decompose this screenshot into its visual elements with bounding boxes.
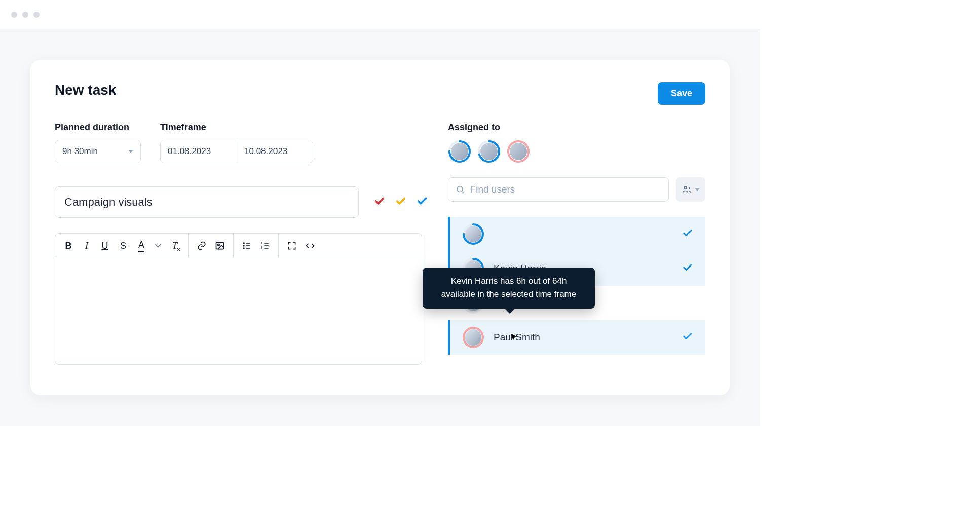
- link-button[interactable]: [193, 237, 211, 255]
- check-icon: [682, 262, 693, 275]
- card-header: New task Save: [55, 82, 705, 105]
- timeframe-field: Timeframe 01.08.2023 10.08.2023: [160, 122, 313, 163]
- search-icon: [456, 184, 465, 195]
- people-icon: [682, 184, 692, 195]
- priority-check-red-icon[interactable]: [374, 196, 385, 209]
- clear-format-button[interactable]: T✕: [166, 237, 184, 255]
- availability-tooltip: Kevin Harris has 6h out of 64h available…: [423, 268, 595, 309]
- svg-point-14: [457, 186, 463, 192]
- planned-duration-label: Planned duration: [55, 122, 141, 133]
- italic-button[interactable]: I: [78, 237, 96, 255]
- editor-textarea[interactable]: [55, 258, 422, 365]
- code-button[interactable]: [301, 237, 319, 255]
- image-button[interactable]: [211, 237, 229, 255]
- text-color-button[interactable]: A: [132, 237, 150, 255]
- timeframe-label: Timeframe: [160, 122, 313, 133]
- user-filter-button[interactable]: [676, 177, 705, 202]
- svg-point-15: [684, 186, 687, 189]
- svg-point-1: [218, 244, 219, 246]
- main-row: Planned duration 9h 30min Timeframe 01.0…: [55, 122, 705, 365]
- timeframe-end-input[interactable]: 10.08.2023: [237, 140, 313, 163]
- svg-point-2: [243, 243, 244, 244]
- new-task-card: New task Save Planned duration 9h 30min: [30, 60, 730, 395]
- left-column: Planned duration 9h 30min Timeframe 01.0…: [55, 122, 428, 365]
- traffic-dot-max-icon: [33, 12, 40, 18]
- svg-point-3: [243, 245, 244, 246]
- traffic-dot-close-icon: [11, 12, 17, 18]
- chevron-down-icon: [128, 150, 133, 153]
- top-fields: Planned duration 9h 30min Timeframe 01.0…: [55, 122, 428, 163]
- avatar: [465, 226, 481, 242]
- bullet-list-button[interactable]: [238, 237, 256, 255]
- assigned-avatar[interactable]: [477, 140, 501, 163]
- avatar: [451, 143, 468, 160]
- task-name-input[interactable]: [55, 186, 359, 218]
- assigned-avatars-row: [448, 140, 705, 163]
- user-name: Paul Smith: [494, 332, 673, 343]
- page-canvas: New task Save Planned duration 9h 30min: [0, 29, 760, 426]
- planned-duration-value: 9h 30min: [62, 146, 98, 157]
- assigned-avatar[interactable]: [507, 140, 530, 163]
- number-list-button[interactable]: 123: [256, 237, 274, 255]
- check-icon: [682, 227, 693, 241]
- browser-chrome-bar: [0, 0, 760, 29]
- avatar: [480, 143, 498, 160]
- avatar: [465, 329, 481, 346]
- assigned-to-label: Assigned to: [448, 122, 705, 133]
- underline-button[interactable]: U: [96, 237, 114, 255]
- browser-frame: New task Save Planned duration 9h 30min: [0, 0, 760, 426]
- timeframe-group: 01.08.2023 10.08.2023: [160, 140, 313, 163]
- user-avatar: [462, 326, 484, 349]
- planned-duration-field: Planned duration 9h 30min: [55, 122, 141, 163]
- find-users-input-wrap[interactable]: [448, 177, 669, 202]
- find-users-row: [448, 177, 705, 202]
- chevron-down-icon: [695, 188, 700, 191]
- task-name-row: [55, 186, 428, 218]
- text-color-more-icon[interactable]: [150, 237, 166, 255]
- save-button[interactable]: Save: [658, 82, 705, 105]
- expand-button[interactable]: [283, 237, 301, 255]
- priority-check-row: [374, 196, 428, 209]
- priority-check-blue-icon[interactable]: [417, 196, 428, 209]
- find-users-input[interactable]: [470, 184, 661, 195]
- priority-check-yellow-icon[interactable]: [395, 196, 406, 209]
- planned-duration-select[interactable]: 9h 30min: [55, 140, 141, 163]
- check-icon: [682, 331, 693, 344]
- timeframe-start-input[interactable]: 01.08.2023: [161, 140, 237, 163]
- strike-button[interactable]: S: [114, 237, 132, 255]
- user-row[interactable]: Paul Smith: [448, 320, 705, 355]
- user-avatar: [462, 223, 484, 245]
- traffic-dot-min-icon: [22, 12, 28, 18]
- svg-point-4: [243, 248, 244, 249]
- editor-toolbar: B I U S A T✕: [55, 233, 422, 258]
- bold-button[interactable]: B: [59, 237, 78, 255]
- page-title: New task: [55, 82, 116, 98]
- svg-text:3: 3: [261, 247, 262, 250]
- user-row[interactable]: [448, 217, 705, 251]
- right-column: Assigned to: [448, 122, 705, 365]
- avatar: [510, 143, 527, 160]
- assigned-avatar[interactable]: [448, 140, 471, 163]
